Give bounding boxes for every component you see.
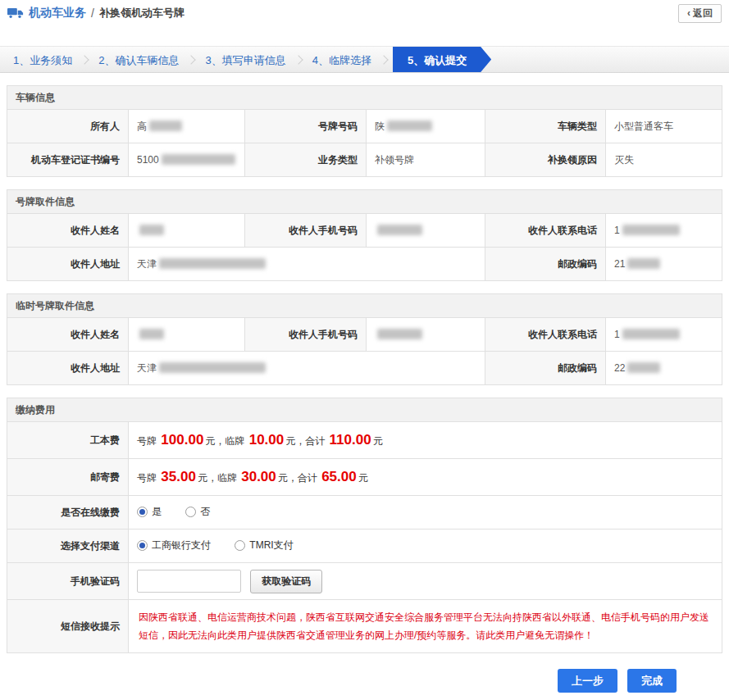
recipient-phone-label: 收件人联系电话 — [485, 214, 606, 248]
radio-checked-icon[interactable] — [137, 507, 148, 517]
breadcrumb-current: 补换领机动车号牌 — [99, 6, 185, 20]
redacted-text — [162, 154, 235, 165]
recipient-address-value: 天津 — [129, 248, 485, 281]
redacted-text — [149, 120, 182, 131]
total-fee-amount: 110.00 — [328, 432, 373, 448]
plate-pickup-table: 收件人姓名 收件人手机号码 收件人联系电话 1 收件人地址 天津 邮政编码 21 — [7, 213, 722, 281]
step-2-confirm-vehicle[interactable]: 2、确认车辆信息 — [85, 47, 192, 72]
fee-text: 号牌 — [137, 435, 159, 447]
redacted-text — [159, 258, 266, 269]
redacted-text — [622, 225, 680, 235]
back-button-label: 返回 — [693, 7, 713, 20]
owner-value: 高 — [129, 110, 245, 143]
registration-cert-value: 5100 — [129, 143, 245, 177]
step-4-temp-plate[interactable]: 4、临牌选择 — [299, 47, 385, 72]
radio-checked-icon[interactable] — [137, 540, 148, 551]
step-nav: 1、业务须知 2、确认车辆信息 3、填写申请信息 4、临牌选择 5、确认提交 — [0, 46, 729, 73]
main-content: 车辆信息 所有人 高 号牌号码 陕 车辆类型 小型普通客车 机动车登记证书编号 … — [0, 73, 729, 700]
reason-label: 补换领原因 — [485, 143, 606, 177]
zip-code-text: 21 — [614, 258, 625, 270]
table-row: 收件人地址 天津 邮政编码 22 — [7, 352, 722, 385]
table-row: 选择支付渠道 工商银行支付 TMRI支付 — [7, 530, 722, 563]
temp-recipient-address-value: 天津 — [129, 352, 485, 385]
production-fee-label: 工本费 — [7, 422, 129, 459]
top-header: 机动车业务 / 补换领机动车号牌 ‹ 返回 — [0, 0, 729, 26]
registration-cert-label: 机动车登记证书编号 — [7, 143, 129, 177]
vehicle-info-table: 所有人 高 号牌号码 陕 车辆类型 小型普通客车 机动车登记证书编号 5100 … — [7, 109, 722, 177]
back-button[interactable]: ‹ 返回 — [678, 4, 722, 23]
finish-button[interactable]: 完成 — [627, 669, 677, 693]
recipient-name-label: 收件人姓名 — [7, 214, 129, 248]
postage-fee-value: 号牌 35.00元，临牌 30.00元，合计 65.00元 — [129, 459, 722, 496]
breadcrumb-separator: / — [91, 7, 94, 20]
table-row: 邮寄费 号牌 35.00元，临牌 30.00元，合计 65.00元 — [7, 459, 722, 496]
get-captcha-button[interactable]: 获取验证码 — [250, 570, 322, 593]
redacted-text — [387, 120, 432, 131]
table-row: 所有人 高 号牌号码 陕 车辆类型 小型普通客车 — [7, 110, 722, 143]
business-type-value: 补领号牌 — [367, 143, 485, 177]
table-row: 收件人姓名 收件人手机号码 收件人联系电话 1 — [7, 214, 722, 248]
plate-postage-amount: 35.00 — [159, 469, 198, 484]
temp-recipient-name-label: 收件人姓名 — [7, 318, 129, 352]
table-row: 手机验证码 获取验证码 — [7, 563, 722, 600]
online-yes-option[interactable]: 是 — [137, 505, 162, 519]
owner-value-text: 高 — [137, 120, 147, 132]
table-row: 机动车登记证书编号 5100 业务类型 补领号牌 补换领原因 灭失 — [7, 143, 722, 177]
channel-icbc-label: 工商银行支付 — [152, 539, 211, 552]
business-type-label: 业务类型 — [245, 143, 367, 177]
radio-unchecked-icon[interactable] — [185, 507, 196, 517]
fee-text: 元，临牌 — [198, 472, 239, 484]
reason-value: 灭失 — [606, 143, 722, 177]
breadcrumb: 机动车业务 / 补换领机动车号牌 — [7, 6, 185, 20]
recipient-phone-value: 1 — [606, 214, 722, 248]
production-fee-value: 号牌 100.00元，临牌 10.00元，合计 110.00元 — [129, 422, 722, 459]
recipient-name-value — [129, 214, 245, 248]
page: 机动车业务 / 补换领机动车号牌 ‹ 返回 1、业务须知 2、确认车辆信息 3、… — [0, 0, 729, 700]
online-no-label: 否 — [200, 505, 210, 519]
temp-postage-amount: 30.00 — [239, 469, 278, 484]
vehicle-info-title: 车辆信息 — [7, 85, 722, 109]
payment-table: 工本费 号牌 100.00元，临牌 10.00元，合计 110.00元 邮寄费 … — [7, 421, 722, 653]
redacted-text — [377, 329, 422, 339]
step-1-notice[interactable]: 1、业务须知 — [0, 47, 85, 72]
sms-notice-text: 因陕西省联通、电信运营商技术问题，陕西省互联网交通安全综合服务管理平台无法向持陕… — [129, 600, 722, 653]
channel-tmri-option[interactable]: TMRI支付 — [235, 539, 293, 552]
prev-step-button[interactable]: 上一步 — [558, 669, 617, 693]
redacted-text — [139, 225, 164, 235]
redacted-text — [377, 225, 422, 235]
plate-pickup-title: 号牌取件信息 — [7, 189, 722, 213]
sms-notice-label: 短信接收提示 — [7, 600, 129, 653]
plate-number-label: 号牌号码 — [245, 110, 367, 143]
payment-channel-options: 工商银行支付 TMRI支付 — [129, 530, 722, 563]
redacted-text — [159, 362, 266, 373]
zip-code-value: 21 — [606, 248, 722, 281]
channel-icbc-option[interactable]: 工商银行支付 — [137, 539, 211, 552]
vehicle-type-label: 车辆类型 — [485, 110, 606, 143]
plate-pickup-section: 号牌取件信息 收件人姓名 收件人手机号码 收件人联系电话 1 收件人地址 天津 … — [7, 189, 722, 281]
postage-fee-label: 邮寄费 — [7, 459, 129, 496]
channel-tmri-label: TMRI支付 — [249, 539, 293, 552]
temp-recipient-mobile-label: 收件人手机号码 — [245, 318, 367, 352]
temp-plate-pickup-table: 收件人姓名 收件人手机号码 收件人联系电话 1 收件人地址 天津 邮政编码 22 — [7, 317, 722, 385]
recipient-address-label: 收件人地址 — [7, 248, 129, 281]
captcha-field-cell: 获取验证码 — [129, 563, 722, 600]
captcha-input[interactable] — [137, 570, 241, 593]
redacted-text — [627, 362, 660, 373]
fee-text: 元，合计 — [285, 435, 327, 447]
fee-text: 元 — [358, 472, 368, 484]
plate-number-value: 陕 — [367, 110, 485, 143]
temp-recipient-mobile-value — [367, 318, 485, 352]
online-no-option[interactable]: 否 — [185, 505, 210, 519]
online-payment-label: 是否在线缴费 — [7, 496, 129, 530]
redacted-text — [627, 258, 660, 269]
fee-text: 元，临牌 — [205, 435, 247, 447]
captcha-label: 手机验证码 — [7, 563, 129, 600]
radio-unchecked-icon[interactable] — [235, 540, 245, 551]
temp-recipient-address-label: 收件人地址 — [7, 352, 129, 385]
registration-cert-text: 5100 — [137, 154, 159, 166]
recipient-address-text: 天津 — [137, 258, 157, 270]
step-3-fill-application[interactable]: 3、填写申请信息 — [192, 47, 298, 72]
table-row: 是否在线缴费 是 否 — [7, 496, 722, 530]
recipient-phone-text: 1 — [614, 225, 620, 236]
step-5-confirm-submit[interactable]: 5、确认提交 — [393, 47, 491, 72]
